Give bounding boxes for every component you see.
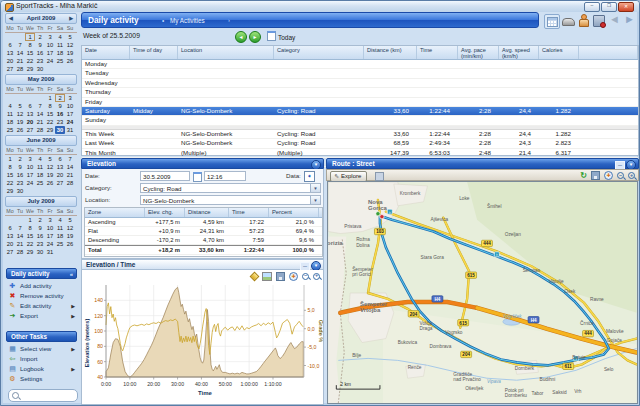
calendar-day[interactable]: 28 (35, 126, 45, 134)
calendar-day[interactable]: 23 (15, 179, 25, 187)
map-pan-icon[interactable] (604, 171, 613, 180)
table-row[interactable]: Thursday (82, 88, 638, 97)
calendar-day[interactable]: 7 (15, 41, 25, 49)
calendar-day[interactable]: 20 (5, 57, 15, 65)
calendar-day[interactable]: 27 (5, 65, 15, 73)
column-header[interactable]: Distance (km) (364, 46, 417, 59)
view-calendar-button[interactable] (544, 14, 560, 29)
calendar-day[interactable]: 26 (65, 57, 75, 65)
calendar-day[interactable]: 24 (45, 240, 55, 248)
calendar-day[interactable]: 14 (65, 163, 75, 171)
table-row[interactable]: This Month(Multiple)(Multiple)147,396:53… (82, 149, 638, 158)
sidebar-item-logbook[interactable]: Logbook▶ (8, 364, 78, 374)
calendar-day[interactable]: 17 (65, 110, 75, 118)
map-mode-icon[interactable] (375, 172, 384, 181)
view-subtitle[interactable]: My Activities (170, 17, 205, 24)
column-header[interactable]: Time (417, 46, 458, 59)
minimize-button[interactable] (584, 2, 600, 12)
calendar-day[interactable]: 21 (15, 240, 25, 248)
calendar-day[interactable]: 19 (65, 232, 75, 240)
calendar-day[interactable]: 8 (5, 163, 15, 171)
history-forward-button[interactable]: ► (624, 13, 635, 25)
sidebar-item-edit-activity[interactable]: Edit activity▶ (8, 301, 78, 311)
calendar-day[interactable]: 13 (5, 49, 15, 57)
calendar-day[interactable]: 22 (25, 57, 35, 65)
calendar-day[interactable]: 11 (35, 163, 45, 171)
calendar-day[interactable]: 31 (65, 126, 75, 134)
calendar-day[interactable]: 9 (55, 102, 65, 110)
calendar-day[interactable]: 26 (45, 179, 55, 187)
calendar-day[interactable]: 22 (45, 118, 55, 126)
calendar-day[interactable]: 3 (65, 94, 75, 102)
calendar-day[interactable]: 15 (45, 110, 55, 118)
calendar-day[interactable]: 17 (45, 232, 55, 240)
calendar-day[interactable]: 23 (35, 240, 45, 248)
table-row[interactable]: Friday (82, 98, 638, 107)
table-row[interactable]: Last WeekNG-Selo-DornberkCycling: Road68… (82, 139, 638, 148)
table-row[interactable]: Sunday (82, 116, 638, 125)
sidebar-item-settings[interactable]: Settings (8, 374, 78, 384)
calendar-day[interactable]: 15 (25, 49, 35, 57)
calendar-day[interactable]: 16 (15, 171, 25, 179)
calendar-day[interactable]: 10 (45, 224, 55, 232)
calendar-day[interactable]: 14 (15, 232, 25, 240)
calendar-day[interactable]: 30 (35, 65, 45, 73)
calendar-day[interactable]: 6 (25, 102, 35, 110)
calendar-day[interactable]: 29 (25, 248, 35, 256)
sidebar-item-export[interactable]: Export▶ (8, 311, 78, 321)
calendar-day[interactable]: 28 (15, 248, 25, 256)
date-field[interactable]: 30.5.2009 (140, 171, 190, 181)
calendar-day[interactable]: 28 (15, 65, 25, 73)
sidebar-item-select-view[interactable]: Select view▶ (8, 344, 78, 354)
calendar-day[interactable]: 29 (45, 126, 55, 134)
calendar-day[interactable]: 4 (55, 216, 65, 224)
collapse-chevron-icon[interactable]: « (70, 269, 73, 279)
time-field[interactable]: 12:16 (204, 171, 246, 181)
sidebar-item-remove-activity[interactable]: Remove activity (8, 291, 78, 301)
calendar-day[interactable]: 1 (25, 33, 35, 41)
chart-pan-icon[interactable] (289, 272, 298, 281)
calendar-day[interactable]: 1 (25, 216, 35, 224)
calendar-day[interactable]: 9 (15, 163, 25, 171)
calendar-day[interactable]: 12 (15, 110, 25, 118)
zone-column-header[interactable]: Elev. chg. (145, 208, 185, 217)
calendar-day[interactable]: 29 (25, 65, 35, 73)
calendar-day[interactable]: 23 (35, 57, 45, 65)
calendar-day[interactable]: 3 (45, 216, 55, 224)
calendar-day[interactable]: 16 (55, 110, 65, 118)
calendar-day[interactable]: 13 (55, 163, 65, 171)
column-header[interactable]: Calories (539, 46, 579, 59)
other-tasks-panel-header[interactable]: Other Tasks (6, 331, 77, 342)
zone-column-header[interactable]: Percent (269, 208, 319, 217)
search-input[interactable] (22, 391, 76, 401)
calendar-day[interactable]: 18 (55, 49, 65, 57)
calendar-day[interactable]: 18 (35, 171, 45, 179)
calendar-day[interactable]: 21 (35, 118, 45, 126)
daily-activity-panel-header[interactable]: Daily activity « (6, 268, 77, 279)
calendar-day[interactable]: 7 (65, 155, 75, 163)
calendar-day[interactable]: 16 (35, 232, 45, 240)
calendar-day[interactable]: 14 (35, 110, 45, 118)
table-row[interactable]: Tuesday (82, 69, 638, 78)
column-header[interactable]: Avg. speed (km/h) (499, 46, 539, 59)
calendar-day[interactable]: 2 (15, 155, 25, 163)
calendar-day[interactable]: 14 (15, 49, 25, 57)
column-header[interactable] (579, 46, 638, 59)
calendar-day[interactable]: 15 (25, 232, 35, 240)
calendar-day[interactable]: 5 (65, 33, 75, 41)
calendar-prev-icon[interactable]: ◀ (9, 14, 13, 23)
column-header[interactable]: Date (82, 46, 130, 59)
calendar-day[interactable]: 10 (65, 102, 75, 110)
save-logbook-button[interactable] (593, 15, 605, 27)
calendar-day[interactable]: 27 (55, 179, 65, 187)
column-header[interactable]: Category (274, 46, 364, 59)
calendar-day[interactable]: 27 (5, 248, 15, 256)
calendar-day[interactable]: 5 (15, 102, 25, 110)
column-header[interactable]: Avg. pace (min/km) (458, 46, 499, 59)
calendar-day[interactable]: 30 (15, 187, 25, 195)
zone-row[interactable]: Ascending+177,5 m4,59 km17:2221,0 % (85, 218, 322, 227)
sidebar-item-import[interactable]: Import (8, 354, 78, 364)
history-back-button[interactable]: ◄ (609, 13, 620, 25)
calendar-day[interactable]: 19 (65, 49, 75, 57)
calendar-day[interactable]: 11 (55, 41, 65, 49)
